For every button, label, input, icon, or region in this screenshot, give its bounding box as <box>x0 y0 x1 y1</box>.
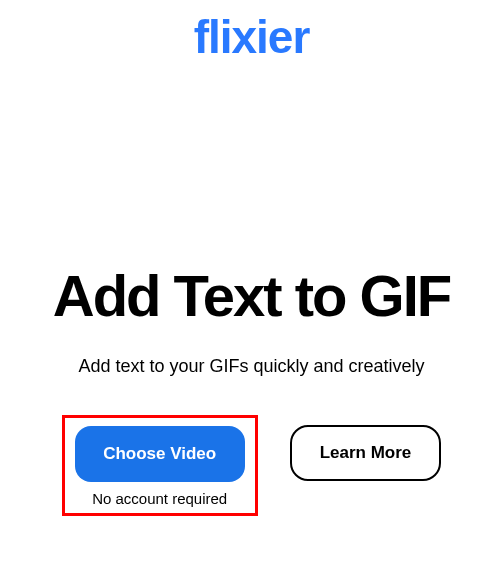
page-subtitle: Add text to your GIFs quickly and creati… <box>0 356 503 377</box>
learn-more-button[interactable]: Learn More <box>290 425 442 481</box>
brand-name: flixier <box>194 11 310 63</box>
choose-video-button[interactable]: Choose Video <box>75 426 245 482</box>
no-account-note: No account required <box>92 490 227 507</box>
brand-logo[interactable]: flixier <box>0 0 503 64</box>
hero-section: Add Text to GIF Add text to your GIFs qu… <box>0 264 503 516</box>
primary-cta-highlight: Choose Video No account required <box>62 415 258 516</box>
cta-row: Choose Video No account required Learn M… <box>0 415 503 516</box>
page-title: Add Text to GIF <box>0 264 503 328</box>
